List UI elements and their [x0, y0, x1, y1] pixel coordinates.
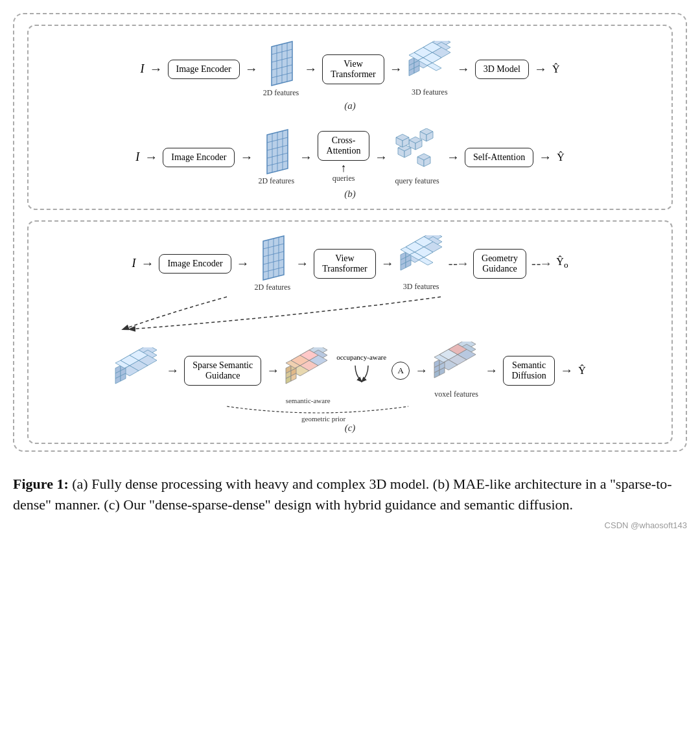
output-yo-c: Ŷo [556, 256, 568, 270]
diagram-a-input: I [141, 62, 145, 76]
label-2d-a: 2D features [263, 88, 299, 98]
feature-plane-a: 2D features [263, 40, 299, 98]
image-encoder-a: Image Encoder [168, 60, 240, 79]
arrow-b3: → [299, 150, 312, 165]
caption-area: Figure 1: (a) Fully dense processing wit… [13, 467, 687, 530]
feature-plane-c: 2D features [255, 235, 291, 292]
diagram-b-row: I → Image Encoder → [39, 122, 661, 189]
queries-group: ↑ queries [332, 162, 355, 183]
input-i-b: I [135, 150, 139, 164]
arrow-b2: → [240, 150, 253, 165]
circle-a: A [391, 362, 410, 380]
arrow-a6: → [534, 62, 547, 76]
diagram-c-top-row: I → Image Encoder → [39, 229, 661, 294]
label-query-b: query features [395, 176, 439, 186]
image-encoder-b: Image Encoder [163, 148, 235, 167]
sparse-semantic-guidance-c: Sparse SemanticGuidance [184, 356, 261, 386]
diagrams-wrapper: I → Image Encoder → [13, 13, 687, 452]
arrow-a5: → [457, 62, 470, 76]
caption-text: Figure 1: (a) Fully dense processing wit… [13, 474, 687, 515]
diagram-a-label: (a) [39, 100, 661, 111]
input-i-a: I [141, 62, 145, 76]
arrow-a3: → [304, 62, 317, 76]
semantic-cube-svg [285, 347, 331, 394]
arrow-b1: → [145, 150, 158, 165]
cross-attention-b: Cross-Attention [318, 131, 369, 161]
semantic-diffusion-c: SemanticDiffusion [503, 356, 555, 386]
cube-3d-c: 3D features [399, 235, 443, 292]
view-transformer-a: ViewTransformer [322, 54, 384, 84]
diagram-b-label: (b) [39, 189, 661, 200]
query-svg-b [393, 128, 441, 175]
dashed-arrow-c2: - -→ [531, 256, 551, 271]
merge-arrows-svg [352, 362, 371, 388]
label-3d-c: 3D features [403, 282, 439, 292]
geometry-guidance-c: GeometryGuidance [473, 249, 526, 279]
arrow-a2: → [245, 62, 258, 76]
geometric-prior-area: geometric prior [39, 403, 661, 423]
arrow-c1: → [141, 256, 154, 271]
label-2d-b: 2D features [258, 176, 294, 186]
semantic-aware-label: semantic-aware [286, 397, 331, 404]
queries-label: queries [332, 174, 355, 183]
query-cube-b: query features [393, 128, 441, 186]
cube-svg-a [408, 41, 452, 86]
arrow-b6: → [539, 150, 552, 165]
diagram-c-label: (c) [39, 423, 661, 434]
arrow-c3: → [296, 256, 309, 271]
output-yhat-a: Ŷ [552, 64, 560, 75]
arrow-b5: → [447, 150, 460, 165]
svg-text:geometric prior: geometric prior [301, 415, 345, 423]
sparse-cube-left-svg [114, 347, 161, 394]
output-yhat-c: Ŷ [578, 365, 586, 377]
bottom-diagram: I → Image Encoder → [27, 220, 673, 444]
view-transformer-c: ViewTransformer [314, 249, 375, 279]
input-i-c: I [132, 257, 135, 270]
label-2d-c: 2D features [255, 283, 291, 292]
arrow-a1: → [150, 62, 163, 76]
diagram-a-row: I → Image Encoder → [39, 34, 661, 100]
semantic-cube-group: semantic-aware [285, 347, 331, 394]
arrow-c7: → [415, 363, 428, 378]
voxel-features-cube: voxel features [433, 342, 480, 399]
watermark: CSDN @whaosoft143 [13, 520, 687, 530]
output-yhat-b: Ŷ [557, 152, 565, 163]
arrow-with-occupancy: occupancy-aware [336, 353, 386, 388]
image-encoder-c: Image Encoder [159, 254, 231, 274]
diagram-c-container: I → Image Encoder → [39, 229, 661, 423]
arrow-c8: → [485, 363, 498, 378]
watermark-site: CSDN [605, 520, 629, 530]
self-attention-b: Self-Attention [465, 148, 533, 167]
cube-3d-a: 3D features [408, 41, 452, 97]
label-3d-a: 3D features [412, 87, 448, 97]
plane-svg-b [262, 128, 290, 175]
plane-svg-c [258, 235, 286, 281]
dashed-arrow-c1: - -→ [449, 256, 468, 271]
arrow-a4: → [390, 62, 402, 76]
arrow-c9: → [560, 363, 573, 378]
3d-model-a: 3D Model [475, 60, 529, 79]
main-container: I → Image Encoder → [13, 13, 687, 530]
cross-attention-group: Cross-Attention ↑ queries [318, 131, 369, 183]
diagram-c-bottom-row: → Sparse SemanticGuidance → [39, 339, 661, 401]
arrow-c2: → [237, 256, 250, 271]
up-arrow-queries: ↑ [341, 162, 347, 174]
arrow-c5: → [166, 363, 179, 378]
voxel-features-label: voxel features [434, 390, 478, 399]
sparse-voxel-left [114, 347, 161, 394]
cube-svg-c [399, 235, 443, 281]
plane-svg-a [266, 40, 295, 87]
occupancy-aware-label: occupancy-aware [336, 353, 386, 361]
feature-plane-b: 2D features [258, 128, 294, 186]
arrow-c6: → [266, 363, 279, 378]
top-diagrams: I → Image Encoder → [27, 25, 673, 210]
arrow-b4: → [375, 150, 388, 165]
voxel-cube-svg [433, 342, 480, 388]
curved-arrows-svg [39, 294, 661, 332]
arrow-c4: → [381, 256, 394, 271]
watermark-user: @whaosoft143 [631, 520, 687, 530]
geo-prior-svg: geometric prior [188, 403, 512, 423]
